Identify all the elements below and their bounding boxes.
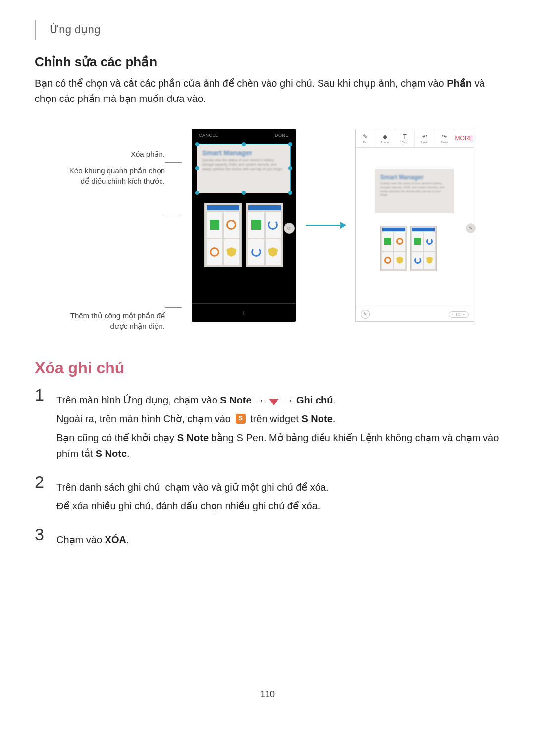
thumbnail-row	[197, 203, 291, 267]
step-number-2: 2	[35, 473, 48, 490]
note-sm-desc: Quickly view the status of your device's…	[375, 182, 454, 197]
step1-l2-bold: S Note	[301, 413, 332, 424]
step1-l1-period: .	[333, 395, 336, 405]
thumb-bar	[412, 228, 435, 231]
step-1: 1 Trên màn hình Ứng dụng, chạm vào S Not…	[35, 386, 500, 464]
square-green-icon	[251, 220, 261, 230]
step3-prefix: Chạm vào	[56, 534, 105, 545]
leader-line-2	[165, 217, 182, 217]
smart-manager-title: Smart Manager	[197, 144, 290, 158]
selection-box: Smart Manager Quickly view the status of…	[197, 144, 291, 193]
shield-yellow-icon	[268, 247, 278, 257]
square-green-icon	[414, 238, 421, 245]
text-icon: T	[403, 133, 406, 140]
ring-orange-icon	[210, 247, 219, 257]
add-section-row: +	[192, 303, 296, 322]
step3-bold-xoa: XÓA	[105, 534, 126, 545]
section-heading-edit-parts: Chỉnh sửa các phần	[35, 54, 500, 70]
step1-line2: Ngoài ra, trên màn hình Chờ, chạm vào S …	[56, 411, 500, 427]
arrow-right-icon	[306, 225, 345, 226]
note-toolbar: ✎ Pen ◆ Eraser T Text ↶ Undo	[356, 129, 474, 148]
toolbar-redo-label: Redo	[441, 141, 448, 144]
step1-l2-suffix: trên widget	[248, 413, 302, 424]
page-number: 110	[35, 689, 500, 700]
ring-blue-icon	[414, 257, 421, 264]
step3-period: .	[126, 534, 129, 545]
toolbar-text-label: Text	[402, 141, 408, 144]
leader-line-3	[165, 307, 182, 308]
phone-top-bar: CANCEL DONE	[192, 129, 296, 141]
step1-l1-arrow2: →	[281, 395, 296, 405]
note-thumbnail-2	[410, 226, 437, 271]
breadcrumb-header: Ứng dụng	[35, 20, 500, 40]
toolbar-more: MORE	[454, 129, 474, 147]
pager-prev-icon: ‹	[452, 312, 454, 317]
step2-line1: Trên danh sách ghi chú, chạm vào và giữ …	[56, 479, 500, 495]
section1-paragraph: Bạn có thể chọn và cắt các phần của ảnh …	[35, 76, 500, 106]
leader-line-1	[165, 162, 182, 163]
cancel-label: CANCEL	[199, 133, 218, 138]
crop-handle-tm	[242, 142, 246, 146]
thumb-bar	[248, 205, 281, 210]
leader-lines	[175, 129, 182, 322]
shield-yellow-icon	[396, 257, 403, 264]
shield-yellow-icon	[226, 247, 236, 257]
redo-icon: ↷	[442, 133, 447, 140]
phone-crop-screen: CANCEL DONE Smart Manager Quickly view t…	[192, 129, 296, 322]
snote-app-icon: S	[236, 415, 246, 425]
pen-icon: ✎	[363, 133, 368, 140]
toolbar-pen: ✎ Pen	[356, 129, 375, 147]
note-sm-title: Smart Manager	[375, 169, 454, 182]
crop-handle-tr	[288, 142, 292, 146]
ring-orange-icon	[226, 220, 236, 230]
step1-l3-bold1: S Note	[177, 432, 209, 443]
thumb-bar	[207, 205, 239, 210]
crop-handle-bm	[242, 191, 246, 195]
refresh-icon: ⟳	[284, 223, 295, 234]
toolbar-redo: ↷ Redo	[434, 129, 454, 147]
step1-l1-prefix: Trên màn hình Ứng dụng, chạm vào	[56, 395, 220, 405]
callout-add-manual: Thêm thủ công một phần để được nhận diện…	[61, 310, 165, 331]
note-bottom-bar: ✎ ‹ 1/1 +	[356, 307, 474, 321]
step-number-1: 1	[35, 386, 48, 403]
breadcrumb-text: Ứng dụng	[50, 23, 101, 36]
note-pager: ‹ 1/1 +	[449, 311, 469, 318]
undo-icon: ↶	[422, 133, 427, 140]
step-number-3: 3	[35, 526, 48, 543]
step1-l2-period: .	[333, 413, 336, 424]
thumbnail-2	[246, 203, 283, 267]
callout-resize-frame: Kéo khung quanh phần chọn để điều chỉnh …	[61, 165, 165, 186]
pager-text: 1/1	[455, 312, 461, 317]
ring-blue-icon	[268, 220, 278, 230]
callouts-column: Xóa phần. Kéo khung quanh phần chọn để đ…	[61, 116, 165, 334]
step1-l2-prefix: Ngoài ra, trên màn hình Chờ, chạm vào	[56, 413, 234, 424]
step-3: 3 Chạm vào XÓA.	[35, 526, 500, 551]
thumbnail-1	[204, 203, 242, 267]
plus-icon: +	[242, 309, 246, 317]
ring-orange-icon	[396, 238, 403, 245]
step1-line1: Trên màn hình Ứng dụng, chạm vào S Note …	[56, 392, 500, 408]
ring-blue-icon	[251, 247, 261, 257]
ring-orange-icon	[384, 257, 391, 264]
toolbar-undo: ↶ Undo	[415, 129, 434, 147]
section-heading-delete-note: Xóa ghi chú	[35, 359, 500, 377]
step2-line2: Để xóa nhiều ghi chú, đánh dấu chọn nhiề…	[56, 498, 500, 514]
step3-line: Chạm vào XÓA.	[56, 532, 500, 548]
step1-l1-bold-ghichu: Ghi chú	[296, 395, 333, 405]
toolbar-eraser-label: Eraser	[380, 141, 389, 144]
shield-yellow-icon	[426, 257, 433, 264]
more-label: MORE	[455, 135, 473, 142]
step1-l1-bold-snote: S Note	[220, 395, 251, 405]
toolbar-text: T Text	[395, 129, 415, 147]
para-bold-phan: Phần	[447, 78, 472, 89]
step1-l1-arrow: →	[252, 395, 267, 405]
toolbar-pen-label: Pen	[363, 141, 368, 144]
done-label: DONE	[275, 133, 289, 138]
note-image-box: Smart Manager Quickly view the status of…	[375, 169, 454, 213]
para-prefix: Bạn có thể chọn và cắt các phần của ảnh …	[35, 78, 447, 89]
square-green-icon	[384, 238, 391, 245]
step1-l3-period: .	[127, 448, 130, 459]
callout-delete-part: Xóa phần.	[61, 149, 165, 159]
crop-handle-bl	[195, 191, 199, 195]
draw-mode-icon: ✎	[361, 310, 370, 319]
